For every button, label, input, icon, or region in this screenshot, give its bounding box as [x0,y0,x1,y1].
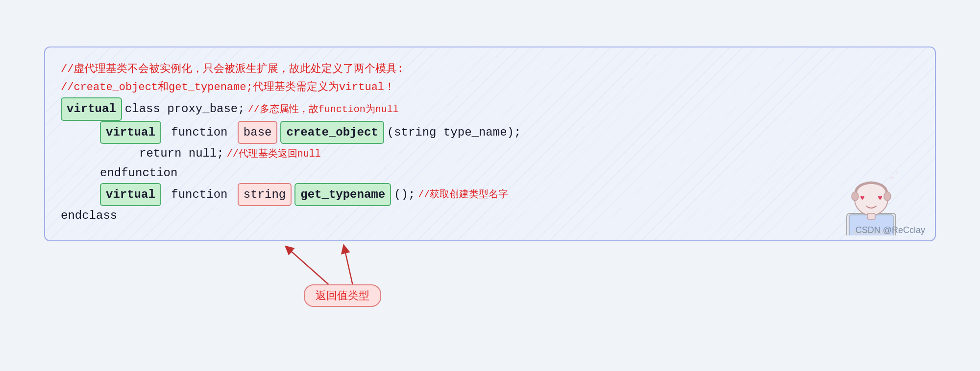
string-type: string [238,183,292,207]
svg-text:♥: ♥ [860,194,865,203]
code-box: //虚代理基类不会被实例化，只会被派生扩展，故此处定义了两个模具: //crea… [44,46,936,241]
endclass-text: endclass [61,206,117,226]
base-type: base [238,121,278,144]
code-line-virtual-class: virtual class proxy_base; //多态属性，故functi… [61,97,919,121]
return-null-text: return null; [139,144,224,163]
svg-point-4 [852,192,858,201]
robot-illustration: ♥ ♥ ♡ ♡ ♡ [837,157,906,226]
code-line-get-typename: virtual function string get_typename ();… [61,183,919,207]
code-line-create-object: virtual function base create_object (str… [61,121,919,144]
watermark: CSDN @ReCclay [856,225,925,235]
inline-comment-2: //代理基类返回null [227,146,321,162]
svg-point-5 [884,192,891,201]
svg-rect-11 [867,213,875,219]
endfunction-text: endfunction [100,163,177,183]
keyword-virtual-3: virtual [100,183,161,207]
inline-comment-1: //多态属性，故function为null [248,101,399,117]
code-line-endclass: endclass [61,206,919,226]
keyword-virtual-1: virtual [61,97,122,121]
create-object-func: create_object [280,121,384,144]
annotation-area: 返回值类型 [44,241,936,310]
create-object-params: (string type_name); [387,123,521,142]
annotation-label: 返回值类型 [304,284,381,307]
code-line-return: return null; //代理基类返回null [61,144,919,163]
arrows-svg [44,241,936,310]
svg-text:♥: ♥ [878,194,882,203]
get-typename-call: (); [394,185,415,205]
get-typename-func: get_typename [294,183,391,207]
comment-line-1: //虚代理基类不会被实例化，只会被派生扩展，故此处定义了两个模具: [61,61,919,77]
function-kw-2: function [164,185,235,205]
class-proxy-text: class proxy_base; [125,99,245,119]
svg-text:♡: ♡ [886,168,888,173]
svg-text:♡: ♡ [890,176,894,183]
outer-wrapper: //虚代理基类不会被实例化，只会被派生扩展，故此处定义了两个模具: //crea… [24,32,956,339]
inline-comment-3: //获取创建类型名字 [418,186,508,203]
keyword-virtual-2: virtual [100,121,161,144]
function-kw-1: function [164,123,235,142]
code-line-endfunction: endfunction [61,163,919,183]
svg-text:♡: ♡ [895,170,898,176]
comment-line-2: //create_object和get_typename;代理基类需定义为vir… [61,79,919,95]
